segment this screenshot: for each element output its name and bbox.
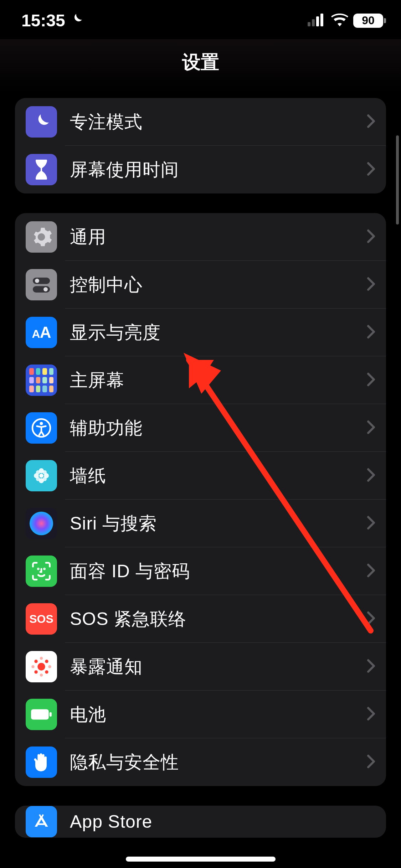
svg-point-27 <box>40 657 43 660</box>
chevron-right-icon <box>367 162 375 177</box>
row-label: 显示与亮度 <box>70 321 367 345</box>
gear-icon <box>26 221 57 253</box>
settings-group-general: 通用 控制中心 AA 显示与亮度 主屏幕 <box>15 213 386 786</box>
face-id-icon <box>26 556 57 587</box>
svg-point-29 <box>31 665 35 668</box>
chevron-right-icon <box>367 563 375 579</box>
svg-point-24 <box>45 660 48 663</box>
wifi-icon <box>331 14 348 28</box>
row-face-id[interactable]: 面容 ID 与密码 <box>15 547 386 595</box>
svg-rect-0 <box>308 22 310 26</box>
svg-point-23 <box>34 660 37 663</box>
row-exposure[interactable]: 暴露通知 <box>15 643 386 691</box>
row-label: 通用 <box>70 225 367 249</box>
row-label: SOS 紧急联络 <box>70 607 367 631</box>
chevron-right-icon <box>367 372 375 388</box>
dnd-moon-icon <box>70 11 84 30</box>
chevron-right-icon <box>367 754 375 770</box>
row-label: 暴露通知 <box>70 655 367 679</box>
flower-icon <box>26 460 57 491</box>
svg-point-26 <box>45 670 48 673</box>
row-label: 专注模式 <box>70 110 367 134</box>
row-label: 面容 ID 与密码 <box>70 559 367 583</box>
svg-point-17 <box>36 477 40 481</box>
row-display-brightness[interactable]: AA 显示与亮度 <box>15 309 386 356</box>
appstore-icon <box>26 806 57 837</box>
svg-rect-31 <box>31 709 49 720</box>
svg-point-18 <box>43 477 47 481</box>
row-label: 电池 <box>70 703 367 727</box>
status-bar: 15:35 90 <box>0 0 401 39</box>
svg-point-9 <box>40 422 43 425</box>
battery-full-icon <box>26 699 57 730</box>
svg-point-22 <box>37 663 45 670</box>
home-indicator[interactable] <box>126 857 276 862</box>
signal-icon <box>308 14 326 28</box>
accessibility-icon <box>26 412 57 444</box>
chevron-right-icon <box>367 114 375 130</box>
row-siri[interactable]: Siri 与搜索 <box>15 500 386 547</box>
svg-point-5 <box>35 279 39 283</box>
settings-group-store: App Store <box>15 806 386 838</box>
svg-point-21 <box>44 569 45 569</box>
hand-icon <box>26 746 57 778</box>
row-home-screen[interactable]: 主屏幕 <box>15 356 386 404</box>
row-app-store[interactable]: App Store <box>15 806 386 838</box>
svg-point-19 <box>30 512 53 535</box>
exposure-icon <box>26 651 57 682</box>
row-accessibility[interactable]: 辅助功能 <box>15 404 386 452</box>
sos-text: SOS <box>29 613 53 626</box>
status-left: 15:35 <box>21 11 84 30</box>
row-privacy[interactable]: 隐私与安全性 <box>15 738 386 786</box>
status-time: 15:35 <box>21 11 65 30</box>
svg-point-16 <box>43 470 47 475</box>
chevron-right-icon <box>367 325 375 340</box>
row-battery[interactable]: 电池 <box>15 691 386 738</box>
svg-point-7 <box>43 287 48 291</box>
row-control-center[interactable]: 控制中心 <box>15 261 386 309</box>
chevron-right-icon <box>367 611 375 627</box>
chevron-right-icon <box>367 277 375 293</box>
svg-point-30 <box>48 665 51 668</box>
row-label: App Store <box>70 811 375 832</box>
moon-icon <box>26 106 57 138</box>
home-grid-icon <box>26 365 57 396</box>
status-right: 90 <box>308 14 383 28</box>
scroll-indicator[interactable] <box>396 135 399 224</box>
row-label: 辅助功能 <box>70 416 367 440</box>
row-label: 主屏幕 <box>70 368 367 392</box>
chevron-right-icon <box>367 420 375 436</box>
battery-icon: 90 <box>353 14 383 28</box>
svg-rect-2 <box>316 16 319 26</box>
svg-point-20 <box>38 569 38 569</box>
row-focus[interactable]: 专注模式 <box>15 98 386 146</box>
svg-point-28 <box>40 673 43 677</box>
chevron-right-icon <box>367 516 375 531</box>
sos-icon: SOS <box>26 603 57 635</box>
chevron-right-icon <box>367 468 375 484</box>
settings-content[interactable]: 专注模式 屏幕使用时间 通用 控制中心 <box>0 98 401 868</box>
svg-point-10 <box>39 474 43 478</box>
page-title: 设置 <box>0 50 401 75</box>
row-label: 隐私与安全性 <box>70 750 367 774</box>
row-label: Siri 与搜索 <box>70 512 367 536</box>
row-label: 屏幕使用时间 <box>70 158 367 182</box>
svg-point-25 <box>34 670 37 673</box>
siri-icon <box>26 508 57 539</box>
svg-rect-1 <box>312 19 315 26</box>
row-wallpaper[interactable]: 墙纸 <box>15 452 386 500</box>
switches-icon <box>26 269 57 300</box>
row-screen-time[interactable]: 屏幕使用时间 <box>15 146 386 193</box>
svg-rect-32 <box>50 712 52 717</box>
battery-level: 90 <box>362 14 375 27</box>
row-sos[interactable]: SOS SOS 紧急联络 <box>15 595 386 643</box>
text-size-icon: AA <box>26 317 57 348</box>
svg-rect-3 <box>320 14 323 26</box>
chevron-right-icon <box>367 707 375 722</box>
chevron-right-icon <box>367 229 375 245</box>
row-general[interactable]: 通用 <box>15 213 386 261</box>
row-label: 墙纸 <box>70 464 367 488</box>
settings-group-focus: 专注模式 屏幕使用时间 <box>15 98 386 193</box>
svg-point-15 <box>36 470 40 475</box>
row-label: 控制中心 <box>70 273 367 297</box>
